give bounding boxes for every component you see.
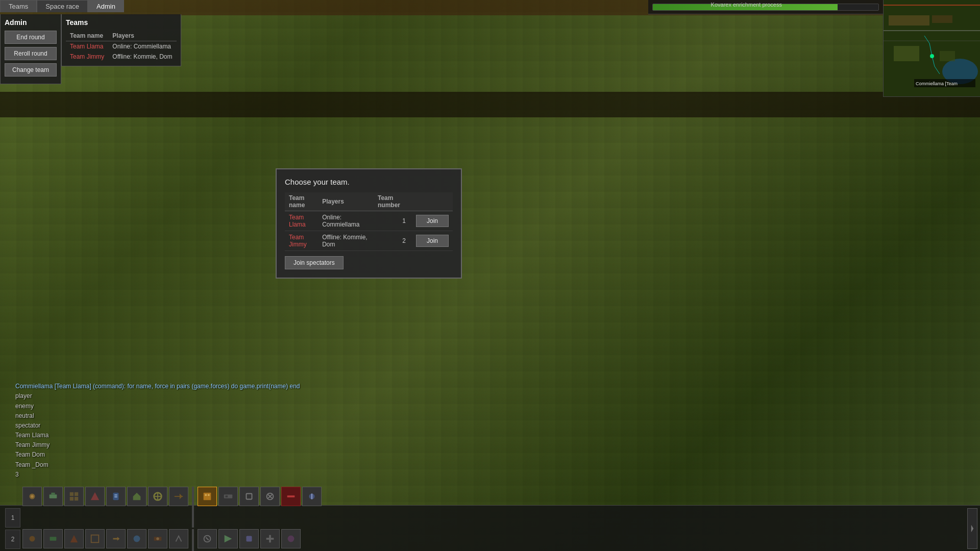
- kovarex-progress-area: Kovarex enrichment process: [648, 0, 883, 14]
- toolbar-item[interactable]: [64, 487, 84, 506]
- svg-rect-17: [70, 492, 74, 496]
- factory-band-mid: [0, 92, 980, 117]
- teams-col-players: Players: [108, 31, 176, 41]
- admin-panel-title: Admin: [5, 18, 57, 27]
- svg-point-57: [288, 536, 295, 542]
- toolbar-item[interactable]: [260, 487, 280, 506]
- toolbar: 1 2: [0, 505, 980, 551]
- toolbar-item[interactable]: [281, 529, 301, 548]
- svg-rect-19: [70, 497, 74, 500]
- reroll-round-button[interactable]: Reroll round: [5, 47, 57, 60]
- kovarex-label: Kovarex enrichment process: [711, 2, 782, 8]
- toolbar-item[interactable]: [302, 487, 322, 506]
- svg-rect-34: [226, 495, 228, 497]
- svg-marker-53: [225, 535, 232, 543]
- change-team-button[interactable]: Change team: [5, 63, 57, 77]
- svg-rect-16: [51, 493, 55, 495]
- svg-rect-18: [75, 492, 78, 496]
- log-line: 3: [15, 470, 300, 480]
- toolbar-item[interactable]: [148, 529, 167, 548]
- svg-rect-32: [208, 494, 210, 496]
- toolbar-item[interactable]: [218, 487, 238, 506]
- modal-team-jimmy-link[interactable]: Team Jimmy: [289, 234, 307, 248]
- team-jimmy-players: Offline: Kommie, Dom: [108, 52, 176, 62]
- slot-label-1: 1: [5, 508, 20, 528]
- modal-col-team-name: Team name: [285, 192, 318, 211]
- join-llama-button[interactable]: Join: [416, 215, 449, 227]
- svg-rect-24: [114, 496, 117, 497]
- svg-rect-23: [114, 494, 117, 495]
- toolbar-item-active[interactable]: [198, 487, 217, 506]
- toolbar-item[interactable]: [239, 487, 259, 506]
- end-round-button[interactable]: End round: [5, 31, 57, 44]
- toolbar-item[interactable]: [148, 487, 167, 506]
- svg-rect-15: [50, 494, 57, 498]
- join-jimmy-button[interactable]: Join: [416, 235, 449, 247]
- minimap-svg: Commiellama [Team: [884, 0, 980, 97]
- toolbar-item[interactable]: [106, 529, 126, 548]
- slot-label-2: 2: [5, 530, 20, 549]
- svg-rect-35: [247, 494, 252, 499]
- toolbar-separator: [192, 529, 194, 551]
- toolbar-item[interactable]: [106, 487, 126, 506]
- toolbar-item[interactable]: [239, 529, 259, 548]
- log-line: neutral: [15, 411, 300, 421]
- svg-marker-47: [117, 537, 120, 540]
- toolbar-item[interactable]: [127, 487, 146, 506]
- toolbar-item[interactable]: [218, 529, 238, 548]
- toolbar-item[interactable]: [85, 487, 105, 506]
- admin-panel: Admin End round Reroll round Change team: [0, 14, 61, 84]
- svg-marker-58: [971, 524, 973, 532]
- svg-point-14: [31, 495, 34, 498]
- toolbar-item[interactable]: [198, 529, 217, 548]
- toolbar-item[interactable]: [22, 529, 42, 548]
- modal-llama-number: 1: [374, 211, 412, 231]
- log-line: Commiellama [Team Llama] (command): for …: [15, 382, 300, 391]
- svg-rect-9: [940, 51, 955, 61]
- svg-text:Commiellama [Team: Commiellama [Team: [916, 81, 958, 86]
- toolbar-separator: [192, 487, 194, 528]
- toolbar-item[interactable]: [43, 487, 63, 506]
- toolbar-item[interactable]: [64, 529, 84, 548]
- toolbar-item[interactable]: [169, 487, 188, 506]
- log-line: player: [15, 391, 300, 401]
- tab-admin[interactable]: Admin: [88, 0, 124, 12]
- teams-panel: Teams Team name Players Team Llama Onlin…: [61, 14, 181, 66]
- toolbar-item[interactable]: [169, 529, 188, 548]
- top-nav: Teams Space race Admin: [0, 0, 124, 12]
- svg-rect-8: [894, 46, 919, 61]
- toolbar-row-2: [22, 529, 322, 551]
- toolbar-item[interactable]: [85, 529, 105, 548]
- toolbar-item[interactable]: [22, 487, 42, 506]
- modal-col-team-number: Team number: [374, 192, 412, 211]
- modal-col-action: [412, 192, 453, 211]
- toolbar-more-button[interactable]: [967, 508, 977, 549]
- svg-rect-45: [91, 535, 99, 543]
- teams-col-name: Team name: [66, 31, 108, 41]
- toolbar-item[interactable]: [127, 529, 146, 548]
- tab-space-race[interactable]: Space race: [37, 0, 88, 12]
- modal-llama-players: Online: Commiellama: [318, 211, 374, 231]
- toolbar-item[interactable]: [260, 529, 280, 548]
- team-llama-link[interactable]: Team Llama: [70, 43, 103, 50]
- table-row: Team Llama Online: Commiellama: [66, 41, 177, 52]
- team-llama-players: Online: Commiellama: [108, 41, 176, 52]
- minimap[interactable]: Commiellama [Team: [883, 0, 980, 97]
- modal-team-llama-link[interactable]: Team Llama: [289, 214, 306, 228]
- svg-marker-29: [180, 494, 183, 499]
- toolbar-item-red[interactable]: [281, 487, 301, 506]
- join-spectators-button[interactable]: Join spectators: [285, 256, 344, 269]
- modal-col-players: Players: [318, 192, 374, 211]
- svg-rect-4: [932, 15, 952, 23]
- tab-teams[interactable]: Teams: [0, 0, 37, 12]
- svg-marker-21: [91, 492, 100, 500]
- modal-jimmy-number: 2: [374, 231, 412, 251]
- table-row: Team Jimmy Offline: Kommie, Dom: [66, 52, 177, 62]
- teams-table: Team name Players Team Llama Online: Com…: [66, 31, 177, 62]
- svg-rect-56: [269, 535, 271, 543]
- toolbar-item[interactable]: [43, 529, 63, 548]
- svg-marker-44: [70, 535, 78, 543]
- team-jimmy-link[interactable]: Team Jimmy: [70, 53, 104, 60]
- svg-rect-31: [205, 494, 207, 496]
- svg-line-52: [206, 537, 209, 540]
